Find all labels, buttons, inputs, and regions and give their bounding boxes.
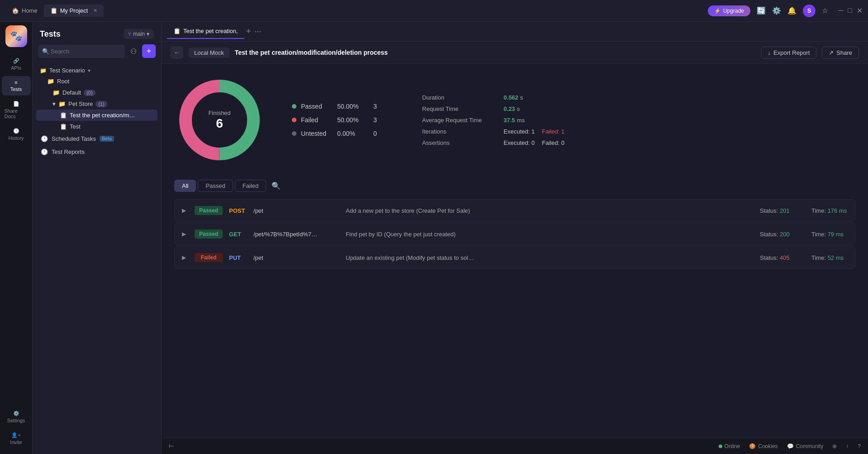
icon-bar: 🐾 🔗 APIs ≡ Tests 📄 Share Docs 🕐 History …: [0, 22, 33, 454]
untested-dot: [292, 131, 296, 136]
donut-label: Finished: [208, 110, 230, 116]
sidebar: Tests ⑂ main ▾ 🔍 ⚇ + 📁 Test Scenario: [33, 22, 162, 454]
test-status-code: Status: 200: [760, 231, 805, 238]
apis-icon: 🔗: [13, 58, 19, 64]
add-button[interactable]: +: [142, 44, 156, 58]
stat-untested: Untested 0.00% 0: [292, 130, 377, 137]
filter-search-icon[interactable]: 🔍: [272, 182, 281, 190]
tests-icon: ≡: [14, 80, 17, 85]
tree-item-test-creation[interactable]: 📋 Test the pet creation/m…: [36, 110, 157, 121]
refresh-icon[interactable]: 🔄: [757, 6, 766, 15]
results-top: Finished 6 Passed 50.00% 3 Failed: [174, 75, 855, 165]
test-path: /pet: [253, 254, 339, 261]
online-dot: [719, 444, 722, 448]
search-input[interactable]: [38, 45, 125, 58]
method-badge: GET: [229, 231, 247, 238]
folder-icon: 📁: [58, 100, 66, 107]
footer: ⊢ Online 🍪 Cookies 💬 Community ⊕ ↑ ?: [162, 438, 868, 454]
more-tabs-button[interactable]: ···: [254, 27, 261, 36]
tree-section-test-scenario[interactable]: 📁 Test Scenario ▾: [36, 63, 157, 76]
invite-icon: 👤+: [11, 432, 20, 438]
upgrade-button[interactable]: ⚡ Upgrade: [708, 5, 750, 16]
footer-community[interactable]: 💬 Community: [787, 443, 824, 449]
community-icon: 💬: [787, 443, 794, 449]
home-tab[interactable]: 🏠 Home: [5, 5, 44, 17]
sidebar-search-bar: 🔍 ⚇ +: [33, 44, 161, 63]
titlebar-right: ⚡ Upgrade 🔄 ⚙️ 🔔 S ☆ ─ □ ✕: [708, 5, 863, 17]
tree-item-pet-store[interactable]: ▾ 📁 Pet Store (1): [36, 98, 157, 110]
filter-button[interactable]: ⚇: [129, 45, 138, 57]
table-row[interactable]: ▶ Failed PUT /pet Update an existing pet…: [174, 246, 855, 269]
folder-icon: 📁: [47, 78, 54, 85]
test-time: Time: 52 ms: [811, 254, 848, 261]
share-button[interactable]: ↗ Share: [822, 47, 859, 59]
home-icon: 🏠: [12, 7, 19, 14]
test-rows: ▶ Passed POST /pet Add a new pet to the …: [174, 199, 855, 269]
tree-item-root[interactable]: 📁 Root: [36, 76, 157, 87]
sidebar-item-settings[interactable]: ⚙️ Settings: [2, 407, 31, 427]
sidebar-item-apis[interactable]: 🔗 APIs: [2, 54, 31, 74]
status-badge: Passed: [195, 206, 223, 215]
tree: 📁 Test Scenario ▾ 📁 Root 📁 Default (0): [33, 63, 161, 454]
content-tab-test[interactable]: 📋 Test the pet creation,: [167, 24, 244, 39]
avatar[interactable]: S: [803, 5, 816, 17]
footer-plus-icon[interactable]: ⊕: [832, 443, 837, 449]
test-time: Time: 79 ms: [811, 231, 848, 238]
stat-passed: Passed 50.00% 3: [292, 103, 377, 110]
table-row[interactable]: ▶ Passed POST /pet Add a new pet to the …: [174, 199, 855, 222]
toolbar-title: Test the pet creation/modification/delet…: [235, 49, 756, 56]
failed-dot: [292, 118, 296, 122]
metric-iterations-sub: Executed: 1 Failed: 1: [504, 128, 565, 135]
maximize-button[interactable]: □: [848, 6, 852, 15]
settings-icon[interactable]: ⚙️: [772, 6, 781, 15]
branch-selector[interactable]: ⑂ main ▾: [124, 29, 154, 39]
test-status-code: Status: 405: [760, 254, 805, 261]
project-icon: 📋: [50, 7, 57, 14]
back-button[interactable]: ←: [171, 46, 183, 59]
footer-online[interactable]: Online: [719, 443, 740, 449]
footer-share-icon[interactable]: ↑: [846, 443, 849, 449]
close-button[interactable]: ✕: [857, 6, 863, 15]
metrics-column: Duration 0.562 s Request Time 0.23 s Ave…: [422, 94, 565, 146]
tab-close-icon[interactable]: ✕: [93, 8, 97, 14]
tree-item-test-reports[interactable]: 🕐 Test Reports: [36, 145, 157, 158]
star-icon[interactable]: ☆: [822, 6, 828, 15]
environment-badge[interactable]: Local Mock: [189, 48, 229, 58]
report-icon: 🕐: [41, 148, 48, 155]
minimize-button[interactable]: ─: [838, 6, 843, 15]
test-file2-icon: 📋: [60, 123, 67, 130]
sidebar-item-history[interactable]: 🕐 History: [2, 124, 31, 144]
main-content: 📋 Test the pet creation, + ··· ← Local M…: [162, 22, 868, 454]
tree-item-test[interactable]: 📋 Test: [36, 121, 157, 132]
search-icon: 🔍: [42, 48, 49, 55]
filter-all-button[interactable]: All: [174, 180, 196, 192]
status-badge: Passed: [195, 229, 223, 239]
table-row[interactable]: ▶ Passed GET /pet/%7B%7BpetId%7… Find pe…: [174, 223, 855, 245]
tree-item-scheduled[interactable]: 🕐 Scheduled Tasks Beta: [36, 132, 157, 145]
test-file-icon: 📋: [60, 112, 67, 119]
filter-tabs: All Passed Failed 🔍: [174, 180, 855, 192]
footer-cookies[interactable]: 🍪 Cookies: [749, 443, 777, 449]
sidebar-item-share-docs[interactable]: 📄 Share Docs: [2, 97, 31, 123]
sidebar-item-invite[interactable]: 👤+ Invite: [2, 429, 31, 449]
sidebar-title: Tests: [40, 29, 61, 39]
passed-dot: [292, 104, 296, 109]
filter-passed-button[interactable]: Passed: [198, 180, 233, 192]
project-tab[interactable]: 📋 My Project ✕: [44, 5, 104, 17]
donut-count: 6: [208, 116, 230, 131]
search-wrap: 🔍: [38, 45, 125, 58]
footer-back-icon[interactable]: ⊢: [169, 443, 174, 449]
bell-icon[interactable]: 🔔: [787, 6, 796, 15]
tree-item-default[interactable]: 📁 Default (0): [36, 87, 157, 98]
export-report-button[interactable]: ↓ Export Report: [761, 47, 817, 59]
window-controls: ─ □ ✕: [838, 6, 863, 15]
clock-icon: 🕐: [41, 135, 48, 142]
settings-gear-icon: ⚙️: [13, 411, 19, 416]
test-path: /pet/%7B%7BpetId%7…: [253, 231, 339, 238]
filter-failed-button[interactable]: Failed: [235, 180, 266, 192]
add-tab-button[interactable]: +: [246, 27, 251, 36]
content-tabs: 📋 Test the pet creation, + ···: [162, 22, 868, 42]
upgrade-icon: ⚡: [714, 8, 721, 14]
sidebar-item-tests[interactable]: ≡ Tests: [2, 76, 31, 96]
footer-help-icon[interactable]: ?: [858, 443, 861, 449]
